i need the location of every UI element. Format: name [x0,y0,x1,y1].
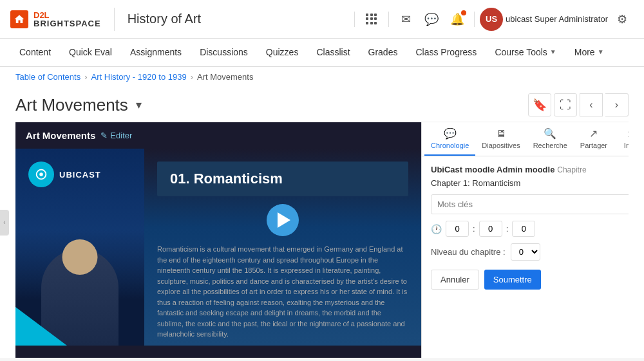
tab-info[interactable]: ℹ Info [614,122,629,156]
mail-icon: ✉ [401,12,411,26]
grid-apps-button[interactable] [360,8,383,31]
page-content: ‹ Art Movements ▾ 🔖 ⛶ ‹ › Art Movements … [0,87,644,358]
time-minutes[interactable] [479,221,502,237]
navbar: Content Quick Eval Assignments Discussio… [0,39,644,67]
video-content: UBICAST 01. Romanticism [15,149,421,346]
submit-button[interactable]: Soumettre [484,270,541,290]
nav-item-course-tools[interactable]: Course Tools ▼ [486,39,565,67]
breadcrumb-art-history[interactable]: Art History - 1920 to 1939 [91,72,187,82]
tab-recherche[interactable]: 🔍 Recherche [527,122,574,156]
logo-brightspace: BRIGHTSPACE [33,19,101,28]
fullscreen-button[interactable]: ⛶ [554,93,577,116]
slides-icon: 🖥 [496,128,506,140]
bookmark-icon: 🔖 [533,98,547,112]
teal-triangle [15,307,67,346]
page-title-bar: Art Movements ▾ 🔖 ⛶ ‹ › [15,87,629,122]
mail-button[interactable]: ✉ [394,8,417,31]
nav-item-quizzes[interactable]: Quizzes [257,39,308,67]
next-button[interactable]: › [605,93,629,116]
icon-divider [354,12,355,27]
search-icon: 🔍 [544,127,556,140]
time-hours[interactable] [446,221,469,237]
panel-tabs: 💬 Chronologie 🖥 Diapositives 🔍 Recherche… [422,122,629,156]
tab-chronologie[interactable]: 💬 Chronologie [424,122,475,156]
logo-area: D2L BRIGHTSPACE [10,10,101,28]
share-icon: ↗ [589,127,598,140]
breadcrumb-sep2: › [191,72,193,82]
course-title: History of Art [128,12,344,26]
panel-form: UbiCast moodle Admin moodle Chapitre * r… [422,156,629,358]
video-title: Art Movements [26,130,95,141]
breadcrumb-toc[interactable]: Table of Contents [15,72,80,82]
video-header: Art Movements ✎ Editer [15,122,421,149]
gear-icon: ⚙ [617,12,627,26]
nav-item-quick-eval[interactable]: Quick Eval [60,39,121,67]
mots-cles-input[interactable] [431,194,629,214]
ubicast-logo-area: UBICAST [28,162,101,187]
logo-d2l: D2L [33,11,101,19]
title-dropdown-button[interactable]: ▾ [133,97,144,113]
chevron-down-icon: ▼ [550,48,556,55]
form-admin-label: UbiCast moodle Admin moodle [431,165,554,174]
breadcrumb-sep1: › [84,72,87,82]
svg-point-1 [39,172,43,176]
chat-button[interactable]: 💬 [420,8,443,31]
nav-item-classlist[interactable]: Classlist [307,39,359,67]
slide-title-box: 01. Romanticism [157,162,408,196]
nav-item-class-progress[interactable]: Class Progress [406,39,486,67]
chat-bubbles-icon: 💬 [444,127,457,140]
clock-icon: 🕐 [431,224,442,234]
time-sep1: : [473,224,475,234]
nav-item-assignments[interactable]: Assignments [121,39,191,67]
niveau-label: Niveau du chapitre : [431,247,506,257]
slide-number: 01. Romanticism [170,171,283,187]
nav-item-more[interactable]: More ▼ [565,39,613,67]
chevron-down-icon2: ▼ [598,48,604,55]
time-seconds[interactable] [512,221,535,237]
edit-link[interactable]: ✎ Editer [100,131,132,140]
icon-divider2 [388,12,389,27]
expand-icon: ⛶ [560,98,571,112]
main-area: Art Movements ✎ Editer UBICAST [15,122,629,358]
form-chapitre-label: Chapitre [557,165,586,174]
pencil-icon: ✎ [100,131,108,140]
sidebar-toggle[interactable]: ‹ [0,210,9,236]
slide-description: Romanticism is a cultural movement that … [157,244,408,340]
breadcrumb-current: Art Movements [197,72,253,82]
video-right-panel: 01. Romanticism Romanticism is a cultura… [144,149,421,346]
tab-partager[interactable]: ↗ Partager [574,122,614,156]
breadcrumb: Table of Contents › Art History - 1920 t… [0,67,644,87]
play-button[interactable] [267,204,299,236]
nav-item-content[interactable]: Content [10,39,60,67]
right-panel: 💬 Chronologie 🖥 Diapositives 🔍 Recherche… [421,122,629,358]
cancel-button[interactable]: Annuler [431,270,479,290]
home-icon[interactable] [10,10,28,28]
prev-button[interactable]: ‹ [580,93,603,116]
tab-diapositives[interactable]: 🖥 Diapositives [475,123,526,156]
grid-icon [366,14,377,25]
info-icon: ℹ [628,127,629,140]
chat-icon: 💬 [424,12,439,26]
video-left-panel: UBICAST [15,149,144,346]
settings-button[interactable]: ⚙ [611,8,634,31]
user-avatar[interactable]: US [480,8,503,31]
ubicast-circle [28,162,54,187]
video-panel: Art Movements ✎ Editer UBICAST [15,122,421,358]
notification-badge [461,10,466,15]
nav-item-discussions[interactable]: Discussions [191,39,257,67]
header-divider [114,8,115,31]
notifications-button[interactable]: 🔔 [446,8,469,31]
nav-item-grades[interactable]: Grades [359,39,407,67]
bookmark-button[interactable]: 🔖 [528,93,551,116]
time-sep2: : [506,224,509,234]
play-icon [278,212,290,228]
ubicast-label: UBICAST [59,170,101,180]
app-header: D2L BRIGHTSPACE History of Art ✉ 💬 🔔 US … [0,0,644,39]
icon-divider3 [474,12,475,27]
page-title: Art Movements [15,95,128,115]
user-name: ubicast Super Administrator [506,14,608,24]
chapter-title: Chapter 1: Romanticism [431,178,629,188]
niveau-select[interactable]: 0 1 2 [511,243,540,261]
